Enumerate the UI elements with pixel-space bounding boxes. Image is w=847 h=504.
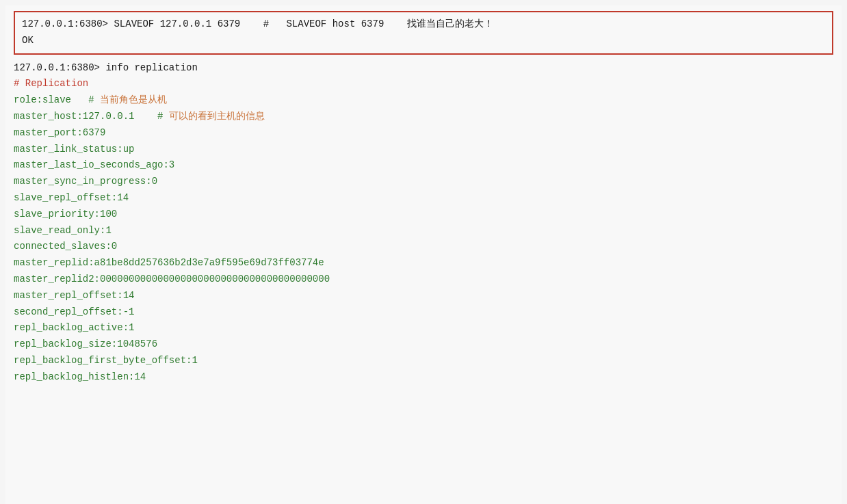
highlighted-line-2: OK	[22, 33, 825, 49]
terminal-line-info: 127.0.0.1:6380> info replication	[14, 60, 833, 77]
terminal-line-slave-priority: slave_priority:100	[14, 207, 833, 223]
terminal-line-repl-backlog-size: repl_backlog_size:1048576	[14, 336, 833, 353]
highlighted-line-1: 127.0.0.1:6380> SLAVEOF 127.0.0.1 6379 #…	[22, 16, 825, 33]
terminal-line-repl-backlog-first-byte: repl_backlog_first_byte_offset:1	[14, 353, 833, 369]
terminal-line-slave-read-only: slave_read_only:1	[14, 223, 833, 239]
terminal-line-role: role:slave # 当前角色是从机	[14, 92, 833, 109]
terminal-line-master-replid2: master_replid2:0000000000000000000000000…	[14, 271, 833, 288]
terminal-line-master-repl-offset: master_repl_offset:14	[14, 288, 833, 304]
terminal-line-second-repl-offset: second_repl_offset:-1	[14, 304, 833, 321]
highlighted-command-block: 127.0.0.1:6380> SLAVEOF 127.0.0.1 6379 #…	[14, 11, 833, 55]
terminal-line-repl-backlog-active: repl_backlog_active:1	[14, 320, 833, 336]
terminal-line-master-replid: master_replid:a81be8dd257636b2d3e7a9f595…	[14, 255, 833, 271]
terminal-line-master-last-io: master_last_io_seconds_ago:3	[14, 157, 833, 174]
terminal-line-master-link-status: master_link_status:up	[14, 142, 833, 158]
terminal-line-master-host: master_host:127.0.0.1 # 可以的看到主机的信息	[14, 109, 833, 125]
terminal-line-master-sync: master_sync_in_progress:0	[14, 174, 833, 190]
terminal-area: 127.0.0.1:6380> SLAVEOF 127.0.0.1 6379 #…	[5, 5, 842, 504]
terminal-line-master-port: master_port:6379	[14, 125, 833, 142]
terminal-line-connected-slaves: connected_slaves:0	[14, 239, 833, 255]
terminal-line-repl-backlog-histlen: repl_backlog_histlen:14	[14, 369, 833, 386]
terminal-line-replication-heading: # Replication	[14, 76, 833, 92]
terminal-line-slave-repl-offset: slave_repl_offset:14	[14, 190, 833, 207]
